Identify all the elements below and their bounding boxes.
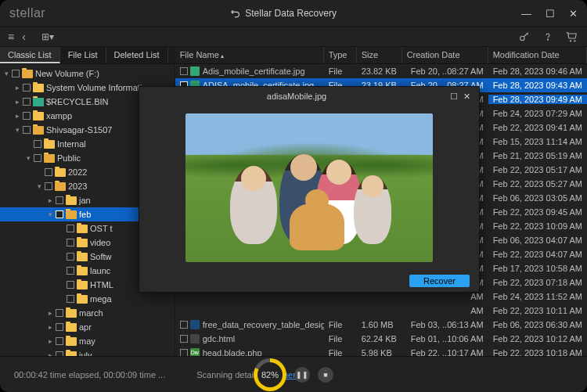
file-type: File — [324, 334, 357, 343]
folder-icon — [55, 168, 66, 177]
toolbar: ≡ ‹ ⊞▾ — [0, 27, 587, 47]
file-row[interactable]: Dwhead.blade.phpFile5.98 KBFeb 22, ..10:… — [175, 346, 587, 356]
expand-icon[interactable]: ▸ — [14, 98, 20, 106]
tree-label: mega — [90, 294, 112, 304]
dialog-maximize-button[interactable]: ☐ — [448, 92, 460, 102]
checkbox[interactable] — [180, 335, 188, 343]
window-title: Stellar Data Recovery — [245, 8, 337, 19]
expand-icon[interactable]: ▸ — [47, 309, 53, 317]
minimize-button[interactable]: — — [521, 8, 531, 20]
undo-icon — [230, 9, 240, 19]
checkbox[interactable] — [23, 112, 31, 120]
checkbox[interactable] — [67, 225, 74, 232]
checkbox[interactable] — [180, 349, 188, 356]
checkbox[interactable] — [67, 267, 74, 275]
key-icon[interactable] — [518, 31, 531, 43]
file-row[interactable]: Adis_mobile_certificate.jpgFile23.82 KBF… — [175, 64, 587, 78]
expand-icon[interactable]: ▾ — [25, 154, 31, 162]
sort-asc-icon: ▴ — [221, 52, 224, 59]
checkbox[interactable] — [45, 168, 52, 176]
expand-icon[interactable]: ▾ — [3, 70, 9, 77]
file-name: gdc.html — [203, 334, 236, 343]
column-filename[interactable]: File Name▴ — [175, 47, 324, 63]
column-type[interactable]: Type — [324, 47, 357, 63]
tab-deleted-list[interactable]: Deleted List — [106, 47, 168, 63]
checkbox[interactable] — [23, 126, 31, 134]
svg-point-1 — [547, 39, 548, 40]
file-creation-date: AM — [402, 306, 488, 315]
checkbox[interactable] — [56, 309, 63, 317]
expand-icon[interactable]: ▸ — [14, 84, 20, 92]
expand-icon[interactable]: ▸ — [47, 323, 53, 331]
menu-button[interactable]: ≡ — [8, 31, 14, 43]
file-modification-date: Feb 22, 2023 04:07 AM — [488, 250, 587, 259]
checkbox[interactable] — [67, 281, 74, 289]
folder-icon — [77, 281, 88, 290]
title-bar: stellar Stellar Data Recovery — ☐ ✕ — [0, 0, 587, 27]
checkbox[interactable] — [12, 70, 20, 77]
help-icon[interactable] — [542, 31, 554, 43]
tree-label: xampp — [46, 111, 72, 120]
tree-label: jan — [79, 196, 91, 205]
recover-button[interactable]: Recover — [409, 275, 470, 287]
column-size[interactable]: Size — [357, 47, 402, 63]
checkbox[interactable] — [45, 182, 52, 190]
checkbox[interactable] — [34, 154, 41, 162]
expand-icon[interactable]: ▸ — [47, 196, 53, 204]
tree-label: apr — [79, 322, 92, 332]
folder-icon — [66, 337, 77, 346]
tab-file-list[interactable]: File List — [60, 47, 106, 63]
checkbox[interactable] — [23, 98, 31, 106]
file-modification-date: Feb 28, 2023 09:43 AM — [488, 81, 587, 90]
tab-classic-list[interactable]: Classic List — [0, 47, 60, 63]
dialog-close-button[interactable]: ✕ — [460, 92, 473, 102]
maximize-button[interactable]: ☐ — [546, 8, 555, 20]
folder-icon — [77, 253, 88, 261]
checkbox[interactable] — [67, 295, 74, 303]
checkbox[interactable] — [56, 337, 63, 345]
checkbox[interactable] — [56, 323, 63, 331]
file-icon — [190, 67, 200, 76]
tree-label: System Volume Information — [46, 83, 152, 92]
tree-label: july — [79, 351, 92, 356]
checkbox[interactable] — [180, 67, 188, 75]
tree-label: 2023 — [68, 182, 87, 191]
checkbox[interactable] — [56, 210, 63, 218]
expand-icon[interactable]: ▾ — [36, 182, 42, 190]
column-creation-date[interactable]: Creation Date — [402, 47, 488, 63]
file-row[interactable]: free_data_recovery_table_design.psdFile1… — [175, 318, 587, 332]
tree-label: Softw — [90, 252, 112, 261]
checkbox[interactable] — [67, 239, 74, 246]
tree-label: Public — [57, 153, 81, 163]
close-button[interactable]: ✕ — [569, 8, 578, 20]
cart-icon[interactable] — [565, 31, 579, 43]
file-size: 23.82 KB — [357, 67, 402, 76]
expand-icon[interactable]: ▾ — [14, 126, 20, 134]
file-icon — [190, 320, 200, 329]
file-modification-date: Feb 22, 2023 07:18 AM — [488, 278, 587, 287]
checkbox[interactable] — [56, 196, 63, 204]
checkbox[interactable] — [67, 253, 74, 261]
tree-label: march — [79, 308, 103, 318]
file-row[interactable]: gdc.htmlFile62.24 KBFeb 01, ..10:06 AMFe… — [175, 332, 587, 346]
file-size: 1.60 MB — [357, 320, 402, 329]
expand-icon[interactable]: ▾ — [47, 210, 53, 218]
checkbox[interactable] — [34, 140, 41, 148]
checkbox[interactable] — [23, 84, 31, 92]
file-modification-date: Feb 28, 2023 09:46 AM — [488, 67, 587, 76]
expand-icon[interactable]: ▸ — [14, 112, 20, 120]
tree-label: feb — [79, 210, 91, 219]
view-mode-button[interactable]: ⊞▾ — [41, 31, 54, 42]
tree-label: Shivsagar-S1507 — [46, 125, 112, 135]
tree-label: HTML — [90, 280, 113, 290]
column-modification-date[interactable]: Modification Date — [488, 47, 587, 63]
stop-button[interactable]: ■ — [318, 367, 333, 383]
preview-image — [185, 113, 433, 262]
file-type: File — [324, 67, 357, 76]
back-button[interactable]: ‹ — [22, 31, 26, 43]
expand-icon[interactable]: ▸ — [47, 337, 53, 345]
file-row[interactable]: AMFeb 22, 2023 10:11 AM — [175, 304, 587, 318]
pause-button[interactable]: ❚❚ — [294, 367, 310, 383]
file-size: 5.98 KB — [357, 348, 402, 356]
checkbox[interactable] — [180, 321, 188, 329]
